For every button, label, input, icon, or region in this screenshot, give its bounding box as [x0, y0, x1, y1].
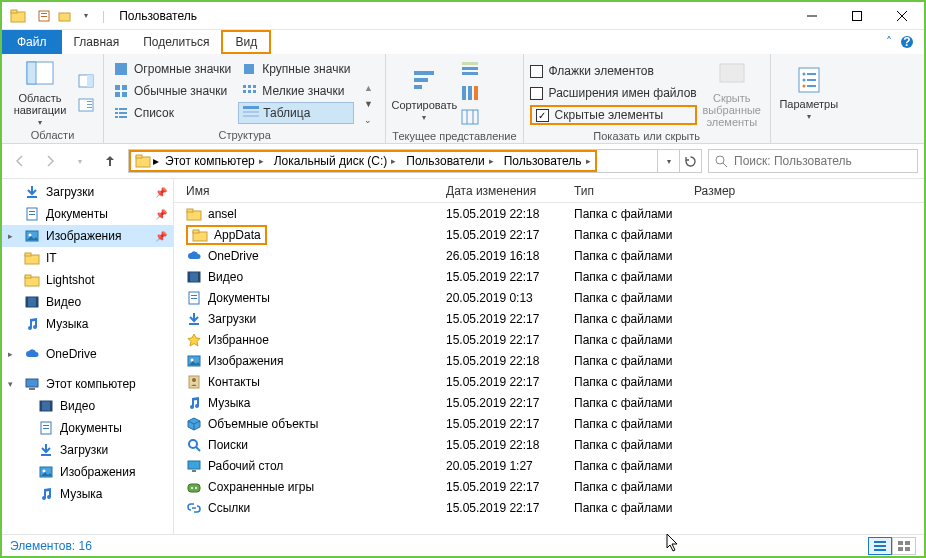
help-icon[interactable]: ? [900, 35, 914, 49]
layout-scroll-down[interactable]: ▼ [357, 97, 379, 111]
size-columns-button[interactable] [459, 106, 481, 128]
table-row[interactable]: Сохраненные игры15.05.2019 22:17Папка с … [174, 476, 924, 497]
svg-rect-28 [119, 112, 127, 114]
table-row[interactable]: ansel15.05.2019 22:18Папка с файлами [174, 203, 924, 224]
tab-home[interactable]: Главная [62, 30, 132, 54]
tree-item[interactable]: Загрузки📌 [2, 181, 173, 203]
breadcrumb-item[interactable]: Этот компьютер▸ [161, 152, 268, 170]
layout-scroll-up[interactable]: ▲ [357, 81, 379, 95]
tree-item[interactable]: IT [2, 247, 173, 269]
search-input[interactable] [734, 154, 911, 168]
table-row[interactable]: Музыка15.05.2019 22:17Папка с файлами [174, 392, 924, 413]
layout-details[interactable]: Таблица [238, 102, 354, 124]
layout-extra-large[interactable]: Огромные значки [110, 58, 235, 80]
file-extensions-toggle[interactable]: Расширения имен файлов [530, 83, 697, 103]
qat-properties[interactable] [34, 6, 54, 26]
ribbon-collapse-icon[interactable]: ˄ [886, 35, 892, 49]
table-row[interactable]: AppData15.05.2019 22:17Папка с файлами [174, 224, 924, 245]
maximize-button[interactable] [834, 2, 879, 30]
table-row[interactable]: Рабочий стол20.05.2019 1:27Папка с файла… [174, 455, 924, 476]
back-button[interactable] [8, 149, 32, 173]
tree-item[interactable]: Загрузки [2, 439, 173, 461]
breadcrumb-item[interactable]: Пользователь▸ [500, 152, 595, 170]
recent-locations[interactable]: ▾ [68, 149, 92, 173]
expander-icon[interactable]: ▸ [8, 349, 13, 359]
hidden-items-toggle[interactable]: Скрытые элементы [530, 105, 697, 125]
chevron-right-icon[interactable]: ▸ [153, 154, 159, 168]
col-size[interactable]: Размер [694, 184, 924, 198]
navigation-tree[interactable]: Загрузки📌Документы📌▸Изображения📌ITLights… [2, 179, 174, 534]
tree-item[interactable]: ▸OneDrive [2, 343, 173, 365]
svg-rect-25 [115, 108, 118, 110]
forward-button[interactable] [38, 149, 62, 173]
svg-rect-94 [188, 272, 190, 282]
table-row[interactable]: Ссылки15.05.2019 22:17Папка с файлами [174, 497, 924, 518]
tree-item[interactable]: Документы [2, 417, 173, 439]
table-row[interactable]: Видео15.05.2019 22:17Папка с файлами [174, 266, 924, 287]
refresh-button[interactable] [679, 150, 701, 172]
svg-rect-74 [25, 275, 31, 278]
folder-icon [8, 6, 28, 26]
address-input[interactable]: ▸ Этот компьютер▸Локальный диск (C:)▸Пол… [128, 149, 702, 173]
close-button[interactable] [879, 2, 924, 30]
table-row[interactable]: Документы20.05.2019 0:13Папка с файлами [174, 287, 924, 308]
view-thumbnails-button[interactable] [892, 537, 916, 555]
doc-icon [186, 290, 202, 306]
svg-rect-43 [414, 85, 422, 89]
tree-item[interactable]: ▸Изображения📌 [2, 225, 173, 247]
hide-selected-button[interactable]: Скрыть выбранные элементы [700, 58, 764, 128]
tab-share[interactable]: Поделиться [131, 30, 221, 54]
table-row[interactable]: Изображения15.05.2019 22:18Папка с файла… [174, 350, 924, 371]
breadcrumb-item[interactable]: Локальный диск (C:)▸ [270, 152, 401, 170]
view-details-button[interactable] [868, 537, 892, 555]
qat-customize[interactable]: ▾ [76, 6, 96, 26]
col-name[interactable]: Имя [186, 184, 446, 198]
svg-rect-39 [243, 111, 259, 113]
options-button[interactable]: Параметры ▾ [777, 58, 841, 127]
tree-item[interactable]: ▾Этот компьютер [2, 373, 173, 395]
table-row[interactable]: OneDrive26.05.2019 16:18Папка с файлами [174, 245, 924, 266]
layout-small[interactable]: Мелкие значки [238, 80, 354, 102]
tree-item[interactable]: Lightshot [2, 269, 173, 291]
table-row[interactable]: Объемные объекты15.05.2019 22:17Папка с … [174, 413, 924, 434]
item-checkboxes-toggle[interactable]: Флажки элементов [530, 61, 697, 81]
svg-rect-113 [874, 549, 886, 551]
preview-pane-button[interactable] [75, 70, 97, 92]
tree-item[interactable]: Изображения [2, 461, 173, 483]
table-row[interactable]: Загрузки15.05.2019 22:17Папка с файлами [174, 308, 924, 329]
expander-icon[interactable]: ▾ [8, 379, 13, 389]
group-by-button[interactable] [459, 58, 481, 80]
navigation-pane-button[interactable]: Область навигации ▾ [8, 58, 72, 127]
layout-medium[interactable]: Обычные значки [110, 80, 235, 102]
col-type[interactable]: Тип [574, 184, 694, 198]
search-box[interactable] [708, 149, 918, 173]
tree-item-label: OneDrive [46, 347, 97, 361]
add-columns-button[interactable] [459, 82, 481, 104]
table-row[interactable]: Поиски15.05.2019 22:18Папка с файлами [174, 434, 924, 455]
tree-item[interactable]: Видео [2, 395, 173, 417]
minimize-button[interactable] [789, 2, 834, 30]
svg-rect-5 [59, 13, 70, 21]
tree-item-label: Видео [60, 399, 95, 413]
svg-rect-72 [25, 253, 31, 256]
layout-large[interactable]: Крупные значки [238, 58, 354, 80]
layout-expand[interactable]: ⌄ [357, 113, 379, 127]
expander-icon[interactable]: ▸ [8, 231, 13, 241]
svg-rect-81 [40, 401, 42, 411]
tree-item[interactable]: Музыка [2, 313, 173, 335]
sort-button[interactable]: Сортировать ▾ [392, 58, 456, 128]
tree-item[interactable]: Видео [2, 291, 173, 313]
qat-new-folder[interactable] [55, 6, 75, 26]
tab-file[interactable]: Файл [2, 30, 62, 54]
address-dropdown[interactable]: ▾ [657, 150, 679, 172]
table-row[interactable]: Избранное15.05.2019 22:17Папка с файлами [174, 329, 924, 350]
tree-item[interactable]: Музыка [2, 483, 173, 505]
up-button[interactable] [98, 149, 122, 173]
breadcrumb-item[interactable]: Пользователи▸ [402, 152, 497, 170]
layout-list[interactable]: Список [110, 102, 235, 124]
details-pane-button[interactable] [75, 94, 97, 116]
tab-view[interactable]: Вид [221, 30, 271, 54]
col-date[interactable]: Дата изменения [446, 184, 574, 198]
table-row[interactable]: Контакты15.05.2019 22:17Папка с файлами [174, 371, 924, 392]
tree-item[interactable]: Документы📌 [2, 203, 173, 225]
